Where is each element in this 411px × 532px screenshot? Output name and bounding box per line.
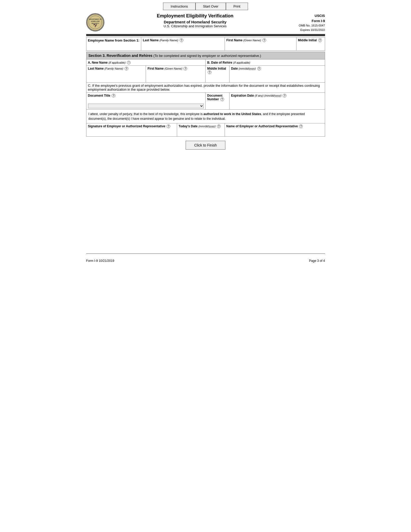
doc-number-input[interactable]	[207, 101, 228, 106]
today-date-input[interactable]	[179, 128, 223, 133]
last-name-label: Last Name (Family Name) ?	[143, 38, 223, 42]
new-middle-initial-input[interactable]	[207, 74, 228, 79]
doc-title-label: Document Title ?	[88, 94, 204, 97]
employer-name-input[interactable]	[226, 128, 323, 133]
date-rehire-sublabel: (if applicable)	[233, 61, 250, 64]
section-c-text: C. If the employee's previous grant of e…	[88, 84, 320, 91]
date-label: Date (mm/dd/yyyy) ?	[231, 67, 323, 70]
new-last-name-help-icon[interactable]: ?	[125, 67, 128, 70]
middle-initial-input-area	[298, 42, 323, 49]
today-date-help-icon[interactable]: ?	[217, 124, 221, 128]
signature-label: Signature of Employer or Authorized Repr…	[88, 124, 175, 128]
first-name-input[interactable]	[226, 42, 295, 47]
doc-title-help-icon[interactable]: ?	[112, 94, 115, 97]
today-date-cell: Today's Date (mm/dd/yyyy) ?	[177, 123, 225, 137]
new-name-sublabel: (if applicable)	[109, 61, 125, 64]
new-name-help-icon[interactable]: ?	[127, 61, 131, 64]
last-name-help-icon[interactable]: ?	[180, 38, 183, 42]
employee-name-label-cell: Employee Name from Section 1:	[86, 37, 141, 51]
signature-input[interactable]	[88, 128, 175, 133]
section3-header: Section 3. Reverification and Rehires (T…	[86, 52, 325, 59]
new-first-name-cell: First Name (Given Name) ?	[146, 66, 206, 83]
footer-left: Form I-9 10/21/2019	[86, 259, 114, 263]
employer-name-cell: Name of Employer or Authorized Represent…	[225, 123, 325, 137]
attestation-text: I attest, under penalty of perjury, that…	[86, 110, 325, 123]
form-header: DEPARTMENT OF HOMELAND SECURITY 🦅 Employ…	[86, 13, 325, 32]
date-rehire-label: B. Date of Rehire	[207, 61, 232, 64]
finish-button[interactable]: Click to Finish	[186, 141, 225, 150]
new-middle-initial-cell: Middle Initial ?	[206, 66, 230, 83]
date-cell: Date (mm/dd/yyyy) ?	[229, 66, 325, 83]
last-name-input[interactable]	[143, 42, 223, 47]
expiration-input[interactable]	[231, 97, 323, 103]
form-number: Form I-9	[284, 18, 325, 24]
today-date-label: Today's Date (mm/dd/yyyy) ?	[179, 124, 223, 128]
expiration-help-icon[interactable]: ?	[283, 94, 286, 97]
doc-title-input[interactable]	[88, 97, 204, 103]
first-name-cell: First Name (Given Name) ?	[225, 37, 296, 51]
footer-right: Page 3 of 4	[309, 259, 325, 263]
uscis-info: USCIS Form I-9 OMB No. 1615-0047 Expires…	[284, 13, 325, 32]
employee-name-table: Employee Name from Section 1: Last Name …	[86, 37, 325, 51]
first-name-help-icon[interactable]: ?	[262, 38, 266, 42]
svg-text:HOMELAND: HOMELAND	[91, 21, 100, 22]
expiration-cell: Expiration Date (if any) (mm/dd/yyyy) ?	[229, 93, 325, 110]
new-first-name-help-icon[interactable]: ?	[184, 67, 187, 70]
doc-number-label: Document Number ?	[207, 94, 228, 101]
new-first-name-label: First Name (Given Name) ?	[147, 67, 204, 70]
employer-name-label: Name of Employer or Authorized Represent…	[226, 124, 323, 128]
doc-number-cell: Document Number ?	[206, 93, 230, 110]
new-last-name-input[interactable]	[88, 70, 144, 76]
sig-help-icon[interactable]: ?	[167, 124, 170, 128]
section-c-cell: C. If the employee's previous grant of e…	[86, 83, 325, 93]
middle-initial-cell: Middle Initial ?	[296, 37, 325, 51]
start-over-button[interactable]: Start Over	[196, 3, 226, 10]
new-last-name-cell: Last Name (Family Name) ?	[86, 66, 146, 83]
date-input[interactable]	[231, 70, 323, 76]
section3-title: Section 3. Reverification and Rehires	[89, 54, 153, 58]
first-name-input-area	[226, 42, 295, 49]
date-rehire-header-cell: B. Date of Rehire (if applicable)	[206, 59, 325, 66]
decorative-bar	[86, 34, 325, 36]
form-footer: Form I-9 10/21/2019 Page 3 of 4	[86, 254, 325, 263]
new-middle-initial-label: Middle Initial ?	[207, 67, 228, 74]
top-navigation: Instructions Start Over Print	[86, 3, 325, 10]
doc-number-help-icon[interactable]: ?	[220, 97, 224, 101]
new-first-name-input[interactable]	[147, 70, 204, 76]
agency-name: U.S. Citizenship and Immigration Service…	[107, 24, 284, 28]
doc-title-cell: Document Title ?	[86, 93, 206, 110]
doc-title-select[interactable]	[88, 104, 204, 108]
form-title: Employment Eligibility Verification	[107, 13, 284, 19]
section3-subtitle: (To be completed and signed by employer …	[153, 54, 261, 58]
dhs-logo: DEPARTMENT OF HOMELAND SECURITY 🦅	[86, 13, 104, 31]
middle-initial-help-icon[interactable]: ?	[318, 38, 322, 42]
middle-initial-label: Middle Initial ?	[298, 38, 323, 42]
new-last-name-label: Last Name (Family Name) ?	[88, 67, 144, 70]
print-button[interactable]: Print	[226, 3, 248, 10]
logo-area: DEPARTMENT OF HOMELAND SECURITY 🦅	[86, 13, 107, 31]
employee-name-label: Employee Name from Section 1:	[88, 38, 140, 42]
attestation-content: I attest, under penalty of perjury, that…	[89, 112, 305, 121]
doc-title-area	[88, 97, 204, 108]
new-name-label: A. New Name	[88, 61, 108, 64]
uscis-label: USCIS	[284, 13, 325, 18]
title-area: Employment Eligibility Verification Depa…	[107, 13, 284, 28]
new-middle-initial-help-icon[interactable]: ?	[208, 70, 211, 74]
last-name-cell: Last Name (Family Name) ?	[141, 37, 225, 51]
section3-table: A. New Name (if applicable) ? B. Date of…	[86, 59, 325, 110]
date-help-icon[interactable]: ?	[257, 67, 261, 70]
new-name-header-cell: A. New Name (if applicable) ?	[86, 59, 206, 66]
finish-area: Click to Finish	[86, 141, 325, 150]
signature-cell: Signature of Employer or Authorized Repr…	[86, 123, 177, 137]
expiration-label: Expiration Date (if any) (mm/dd/yyyy) ?	[231, 94, 323, 97]
svg-text:DEPARTMENT OF: DEPARTMENT OF	[89, 18, 102, 20]
first-name-label: First Name (Given Name) ?	[226, 38, 295, 42]
middle-initial-input[interactable]	[298, 42, 323, 47]
instructions-button[interactable]: Instructions	[163, 3, 195, 10]
svg-text:🦅: 🦅	[93, 23, 97, 28]
employer-name-help-icon[interactable]: ?	[299, 124, 303, 128]
signature-table: Signature of Employer or Authorized Repr…	[86, 123, 325, 137]
last-name-input-area	[143, 42, 223, 49]
expiration-date: Expires 10/31/2022	[284, 28, 325, 32]
omb-number: OMB No. 1615-0047	[284, 23, 325, 28]
